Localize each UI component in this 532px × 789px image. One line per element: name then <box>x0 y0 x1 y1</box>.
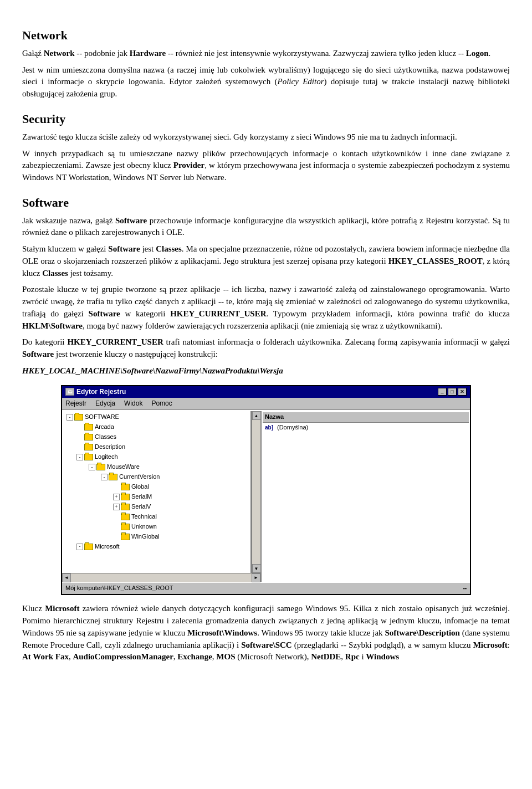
tree-label-logitech: Logitech <box>95 453 118 462</box>
scroll-left-btn[interactable]: ◄ <box>62 573 71 582</box>
folder-classes-icon <box>84 434 93 440</box>
expand-software[interactable]: - <box>66 414 73 421</box>
security-p2: W innych przypadkach są tu umieszczane n… <box>22 148 510 184</box>
tree-item-software[interactable]: - SOFTWARE <box>63 412 249 422</box>
security-p1: Zawartość tego klucza ściśle zależy od w… <box>22 131 510 144</box>
panel-header-label: Nazwa <box>265 413 284 420</box>
scroll-track <box>252 420 260 564</box>
network-p1: Gałąź Network -- podobnie jak Hardware -… <box>22 48 510 60</box>
folder-global-icon <box>121 484 130 490</box>
software-p3: Pozostałe klucze w tej grupie tworzone s… <box>22 284 510 332</box>
folder-currentversion-icon <box>109 474 117 480</box>
folder-serialv-icon <box>121 504 130 510</box>
folder-logitech-icon <box>84 454 93 460</box>
panel-item-domyslna: ab] (Domyślna) <box>263 423 469 433</box>
security-heading: Security <box>22 110 510 128</box>
tree-item-technical[interactable]: Technical <box>63 512 249 522</box>
expand-serialv[interactable]: + <box>113 504 120 510</box>
software-heading: Software <box>22 194 510 212</box>
regedit-body: - SOFTWARE Arcada <box>62 410 470 582</box>
tree-item-microsoft[interactable]: - Microsoft <box>63 542 249 552</box>
tree-scrollbar-h[interactable]: ◄ ► <box>62 573 260 582</box>
software-path: HKEY_LOCAL_MACHINE\Software\NazwaFirmy\N… <box>22 365 510 377</box>
regedit-title-icon: 🗂 <box>65 388 74 396</box>
tree-label-description: Description <box>95 443 125 452</box>
tree-item-classes[interactable]: Classes <box>63 432 249 442</box>
regedit-tree[interactable]: - SOFTWARE Arcada <box>62 411 252 573</box>
regedit-window: 🗂 Edytor Rejestru _ □ ✕ Rejestr Edycja W… <box>61 385 471 596</box>
expand-microsoft[interactable]: - <box>76 544 83 550</box>
network-section: Network Gałąź Network -- podobnie jak Ha… <box>22 27 510 100</box>
tree-label-serialm: SerialM <box>131 493 152 501</box>
tree-item-global[interactable]: Global <box>63 482 249 492</box>
folder-winglobal-icon <box>121 534 130 540</box>
regedit-tree-panel: - SOFTWARE Arcada <box>62 411 260 573</box>
software-p2: Stałym kluczem w gałęzi Software jest Cl… <box>22 243 510 279</box>
network-heading: Network <box>22 27 510 44</box>
tree-label-classes: Classes <box>95 433 116 442</box>
tree-label-currentversion: CurrentVersion <box>119 473 160 481</box>
statusbar-icon: ▪▪ <box>463 585 467 592</box>
software-p4: Do kategorii HKEY_CURRENT_USER trafi nat… <box>22 336 510 361</box>
tree-label-microsoft: Microsoft <box>95 542 120 551</box>
minimize-button[interactable]: _ <box>438 388 447 396</box>
tree-label-unknown: Unknown <box>131 522 157 531</box>
hscroll-track <box>71 573 252 582</box>
tree-item-serialv[interactable]: + SerialV <box>63 502 249 512</box>
tree-item-winglobal[interactable]: WinGlobal <box>63 532 249 542</box>
regedit-menubar: Rejestr Edycja Widok Pomoc <box>62 398 470 410</box>
menu-edycja[interactable]: Edycja <box>95 399 115 408</box>
tree-item-arcada[interactable]: Arcada <box>63 422 249 432</box>
tree-item-unknown[interactable]: Unknown <box>63 522 249 532</box>
network-p2: Jest w nim umieszczona domyślna nazwa (a… <box>22 64 510 100</box>
software-section: Software Jak wskazuje nazwa, gałąź Softw… <box>22 194 510 377</box>
tree-item-currentversion[interactable]: - CurrentVersion <box>63 472 249 482</box>
tree-label-arcada: Arcada <box>95 423 114 432</box>
expand-mouseware[interactable]: - <box>89 464 95 470</box>
tree-item-mouseware[interactable]: - MouseWare <box>63 462 249 472</box>
panel-header-nazwa: Nazwa <box>263 412 469 423</box>
tree-label-serialv: SerialV <box>131 503 151 511</box>
tree-item-serialm[interactable]: + SerialM <box>63 492 249 502</box>
statusbar-path: Mój komputer\HKEY_CLASSES_ROOT <box>65 584 173 593</box>
menu-pomoc[interactable]: Pomoc <box>151 399 172 408</box>
folder-unknown-icon <box>121 524 130 530</box>
tree-label-mouseware: MouseWare <box>107 463 140 472</box>
tree-item-logitech[interactable]: - Logitech <box>63 452 249 462</box>
tree-label-software: SOFTWARE <box>85 413 119 422</box>
regedit-window-controls: _ □ ✕ <box>438 388 467 396</box>
scroll-up-btn[interactable]: ▲ <box>252 411 261 420</box>
tree-scrollbar-v[interactable]: ▲ ▼ <box>252 411 260 573</box>
tree-label-global: Global <box>131 483 149 491</box>
folder-mouseware-icon <box>96 464 105 470</box>
regedit-title: Edytor Rejestru <box>76 387 126 397</box>
tree-label-winglobal: WinGlobal <box>131 532 160 541</box>
regedit-titlebar: 🗂 Edytor Rejestru _ □ ✕ <box>62 386 470 398</box>
folder-serialm-icon <box>121 494 130 500</box>
scroll-down-btn[interactable]: ▼ <box>252 564 261 573</box>
expand-currentversion[interactable]: - <box>101 474 108 480</box>
tree-item-description[interactable]: Description <box>63 442 249 452</box>
after-regedit-p1: Klucz Microsoft zawiera również wiele da… <box>22 603 510 663</box>
after-regedit-section: Klucz Microsoft zawiera również wiele da… <box>22 603 510 663</box>
security-section: Security Zawartość tego klucza ściśle za… <box>22 110 510 184</box>
regedit-right-panel: Nazwa ab] (Domyślna) <box>262 411 470 582</box>
folder-software-icon <box>74 414 83 421</box>
regedit-statusbar: Mój komputer\HKEY_CLASSES_ROOT ▪▪ <box>62 582 470 594</box>
maximize-button[interactable]: □ <box>448 388 457 396</box>
expand-serialm[interactable]: + <box>113 494 120 500</box>
folder-arcada-icon <box>84 424 93 431</box>
ab-icon: ab] <box>265 424 273 432</box>
tree-label-technical: Technical <box>131 513 157 521</box>
scroll-right-btn[interactable]: ► <box>252 573 260 582</box>
menu-widok[interactable]: Widok <box>124 399 142 408</box>
menu-rejestr[interactable]: Rejestr <box>65 399 86 408</box>
software-p1: Jak wskazuje nazwa, gałąź Software przec… <box>22 215 510 239</box>
panel-item-label: (Domyślna) <box>277 423 308 432</box>
close-button[interactable]: ✕ <box>458 388 467 396</box>
folder-microsoft-icon <box>84 544 93 550</box>
expand-logitech[interactable]: - <box>76 454 83 460</box>
folder-description-icon <box>84 444 93 450</box>
folder-technical-icon <box>121 514 130 520</box>
